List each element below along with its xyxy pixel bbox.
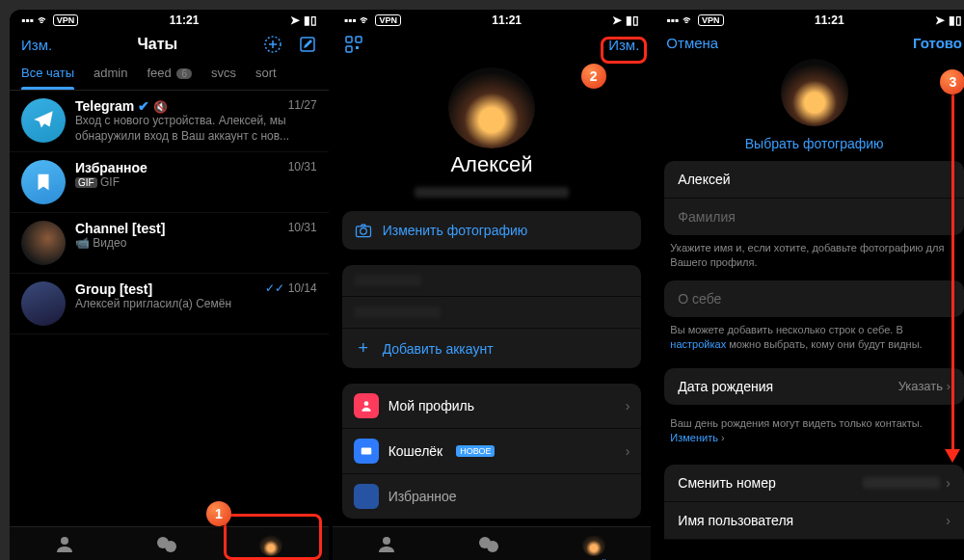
birthday-row[interactable]: Дата рождения Указать › — [664, 368, 964, 405]
add-account-button[interactable]: +Добавить аккаунт — [342, 329, 642, 368]
svg-point-11 — [363, 401, 368, 406]
wallet-icon — [354, 439, 379, 464]
muted-icon: 🔇 — [153, 100, 168, 114]
new-folder-icon[interactable] — [263, 35, 282, 54]
page-title: Чаты — [138, 36, 178, 53]
qr-icon[interactable] — [344, 35, 363, 54]
battery-icon: ▮▯ — [304, 13, 317, 27]
svg-point-2 — [61, 537, 68, 545]
cancel-button[interactable]: Отмена — [666, 35, 718, 51]
svg-rect-7 — [346, 46, 352, 52]
annotation-box-2 — [601, 37, 647, 64]
blurred-account-row[interactable] — [342, 265, 642, 297]
annotation-arrow-head — [945, 449, 960, 463]
filter-sort[interactable]: sort — [255, 66, 277, 80]
annotation-marker-1: 1 — [206, 501, 231, 526]
avatar — [21, 281, 66, 326]
pane-edit-profile: ▪▪▪ᯤVPN 11:21 ➤▮▯ Отмена Готово 3 Выбрат… — [655, 10, 964, 560]
chat-row-group[interactable]: Group [test]✓✓ 10/14 Алексей пригласил(а… — [10, 274, 329, 334]
tab-settings[interactable]: Настройки — [573, 533, 615, 560]
filter-all[interactable]: Все чаты — [21, 66, 74, 80]
svg-point-13 — [383, 537, 390, 545]
svg-rect-12 — [361, 448, 371, 455]
about-input[interactable]: О себе — [664, 280, 964, 317]
change-photo-button[interactable]: Изменить фотографию — [342, 211, 642, 250]
tab-chats[interactable]: Чаты — [477, 533, 500, 560]
filter-svcs[interactable]: svcs — [211, 66, 236, 80]
my-profile-row[interactable]: Мой профиль› — [342, 384, 642, 429]
svg-point-10 — [360, 228, 366, 235]
username-row[interactable]: Имя пользователя › — [664, 502, 964, 540]
location-icon: ➤ — [290, 13, 300, 27]
birthday-hint: Ваш день рождения могут видеть только ко… — [655, 411, 964, 456]
annotation-marker-2: 2 — [581, 64, 606, 89]
chevron-right-icon: › — [947, 379, 951, 393]
nav-bar: Изм. Чаты — [10, 29, 329, 60]
avatar — [21, 221, 66, 265]
annotation-box-1 — [224, 514, 322, 560]
signal-icon: ▪▪▪ — [21, 13, 34, 27]
svg-point-4 — [165, 541, 176, 552]
compose-icon[interactable] — [298, 35, 317, 54]
annotation-arrow — [951, 94, 954, 451]
profile-name: Алексей — [333, 152, 652, 177]
wallet-row[interactable]: КошелёкНОВОЕ› — [342, 429, 642, 474]
svg-rect-8 — [356, 46, 359, 49]
chat-row-telegram[interactable]: Telegram ✔ 🔇11/27 Вход с нового устройст… — [10, 91, 329, 152]
bookmark-icon — [21, 160, 66, 204]
status-bar: ▪▪▪ᯤVPN 11:21 ➤▮▯ — [10, 10, 329, 29]
tab-contacts[interactable]: Контакты — [45, 533, 83, 560]
filter-feed[interactable]: feed 6 — [147, 66, 192, 80]
edit-button[interactable]: Изм. — [21, 37, 52, 53]
svg-point-15 — [487, 541, 498, 552]
change-number-row[interactable]: Сменить номер › — [664, 465, 964, 502]
blurred-phone — [415, 187, 569, 198]
settings-link[interactable]: настройках — [670, 338, 726, 350]
pane-chats: ▪▪▪ᯤVPN 11:21 ➤▮▯ Изм. Чаты Все чаты adm… — [10, 10, 329, 560]
camera-icon — [354, 221, 373, 240]
svg-rect-5 — [346, 37, 352, 42]
telegram-icon — [21, 98, 66, 143]
plus-icon: + — [354, 338, 373, 359]
bookmark-icon — [354, 484, 379, 509]
tabbar: Контакты Чаты Настройки — [333, 526, 652, 560]
annotation-marker-3: 3 — [940, 69, 964, 94]
blurred-number — [863, 477, 940, 489]
tab-contacts[interactable]: Контакты — [368, 533, 406, 560]
blurred-account-row[interactable] — [342, 297, 642, 329]
first-name-input[interactable]: Алексей — [664, 161, 964, 199]
profile-photo[interactable] — [448, 67, 535, 148]
choose-photo-button[interactable]: Выбрать фотографию — [655, 136, 964, 151]
about-hint: Вы можете добавить несколько строк о себ… — [655, 317, 964, 362]
verified-icon: ✔ — [138, 98, 149, 114]
vpn-badge: VPN — [53, 14, 79, 26]
name-hint: Укажите имя и, если хотите, добавьте фот… — [655, 235, 964, 280]
change-visibility-link[interactable]: Изменить — [670, 432, 718, 443]
wifi-icon: ᯤ — [38, 13, 49, 27]
profile-photo[interactable] — [781, 59, 848, 126]
pane-settings: ▪▪▪ᯤVPN 11:21 ➤▮▯ Изм. 2 Алексей Изменит… — [333, 10, 652, 560]
status-bar: ▪▪▪ᯤVPN 11:21 ➤▮▯ — [655, 10, 964, 29]
status-time: 11:21 — [170, 13, 200, 27]
chat-row-saved[interactable]: Избранное10/31 GIF GIF — [10, 152, 329, 213]
svg-rect-6 — [356, 37, 362, 42]
chat-filters: Все чаты admin feed 6 svcs sort — [10, 60, 329, 91]
chat-row-channel[interactable]: Channel [test]10/31 📹 Видео — [10, 213, 329, 274]
profile-icon — [354, 393, 379, 418]
status-bar: ▪▪▪ᯤVPN 11:21 ➤▮▯ — [333, 10, 652, 29]
last-name-input[interactable]: Фамилия — [664, 199, 964, 235]
chat-list: Telegram ✔ 🔇11/27 Вход с нового устройст… — [10, 91, 329, 526]
filter-admin[interactable]: admin — [94, 66, 127, 80]
tab-chats[interactable]: Чаты — [155, 533, 178, 560]
chevron-right-icon: › — [626, 398, 630, 413]
done-button[interactable]: Готово — [913, 35, 962, 51]
favorites-row[interactable]: Избранное — [342, 474, 642, 519]
nav-bar: Отмена Готово — [655, 29, 964, 57]
